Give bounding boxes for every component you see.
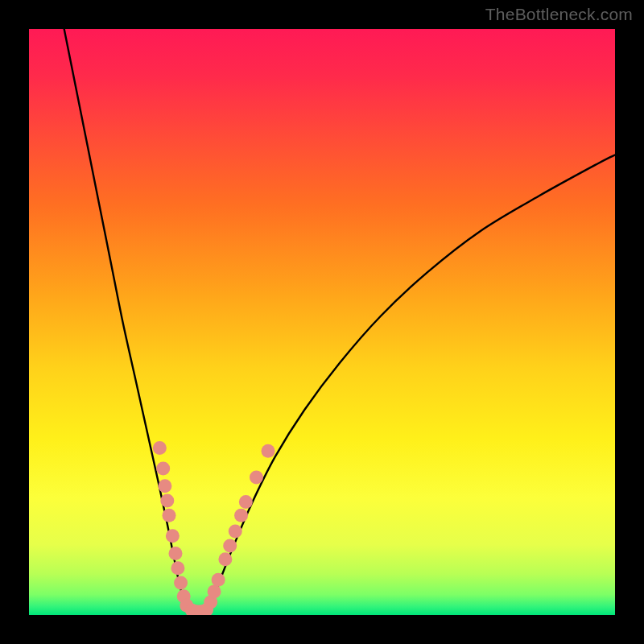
data-point [160, 494, 174, 508]
data-point [162, 509, 175, 522]
chart-frame: TheBottleneck.com [0, 0, 644, 644]
data-point [153, 441, 167, 455]
data-point [229, 524, 242, 538]
data-point [262, 444, 275, 458]
gradient-background [29, 29, 615, 615]
watermark-text: TheBottleneck.com [485, 5, 633, 24]
data-point [156, 462, 170, 476]
data-point [171, 561, 184, 575]
data-point [208, 584, 221, 598]
data-point [158, 479, 171, 493]
data-point [174, 576, 188, 589]
data-point [223, 539, 237, 553]
data-point [250, 470, 263, 484]
plot-svg [29, 29, 615, 615]
data-point [169, 547, 183, 560]
plot-area [29, 29, 615, 615]
data-point [218, 552, 232, 566]
data-point [234, 509, 248, 522]
data-point [212, 573, 225, 587]
data-point [239, 495, 253, 509]
data-point [166, 529, 180, 543]
